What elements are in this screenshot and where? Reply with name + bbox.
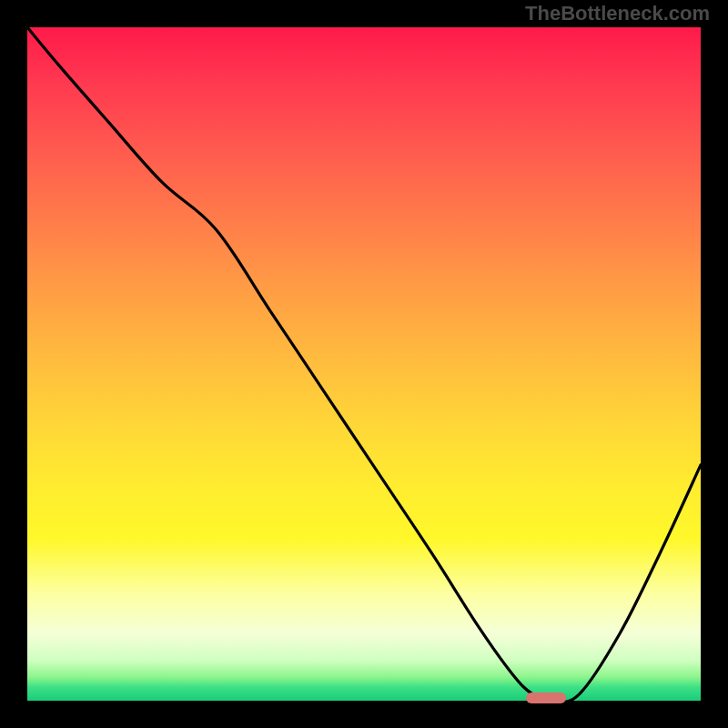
plot-area [27,27,701,701]
optimal-marker [526,693,566,703]
watermark-text: TheBottleneck.com [525,2,710,25]
curve-svg [27,27,701,701]
bottleneck-curve [27,27,701,701]
